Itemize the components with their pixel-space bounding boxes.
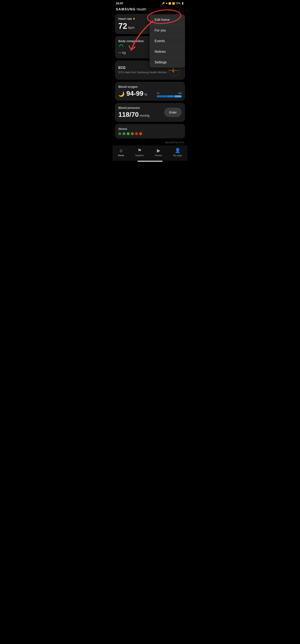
- stress-title: Stress: [118, 127, 182, 130]
- app-logo: SAMSUNG Health: [116, 8, 146, 11]
- bluetooth-icon: ✳: [166, 2, 168, 5]
- health-text: Health: [137, 8, 146, 11]
- stress-dot: [127, 132, 130, 135]
- menu-item-events[interactable]: Events: [150, 36, 185, 46]
- bottom-nav: ⌂ Home ⚑ Together ▶ Fitness 👤 My page: [112, 146, 188, 161]
- blood-oxygen-row: 🌙 94-99 % 70 100: [118, 90, 182, 98]
- menu-item-edit-home[interactable]: Edit home: [150, 14, 185, 25]
- home-icon: ⌂: [120, 148, 122, 153]
- nav-item-mypage[interactable]: 👤 My page: [173, 148, 182, 156]
- together-icon: ⚑: [137, 148, 142, 153]
- blood-pressure-card[interactable]: Blood pressure 118/70 mmHg Enter: [115, 103, 185, 122]
- blood-oxygen-value-area: 🌙 94-99 %: [118, 90, 147, 98]
- battery-icon: 🔋: [181, 2, 184, 5]
- nav-item-together[interactable]: ⚑ Together: [135, 148, 144, 156]
- status-icons: 🔑 ✳ 📶 📶 77% 🔋: [162, 2, 184, 5]
- status-time: 16:07: [116, 2, 123, 5]
- key-icon: 🔑: [162, 2, 165, 5]
- battery-text: 77%: [176, 2, 180, 4]
- stress-dot: [131, 132, 134, 135]
- menu-item-notices[interactable]: Notices: [150, 46, 185, 57]
- menu-item-for-you[interactable]: For you: [150, 25, 185, 36]
- nav-indicator: [137, 161, 163, 162]
- mypage-icon: 👤: [175, 148, 180, 153]
- stress-dots: [118, 132, 182, 135]
- dropdown-menu: Edit home For you Events Notices Setting…: [150, 14, 185, 68]
- menu-item-settings[interactable]: Settings: [150, 57, 185, 68]
- stress-dot: [118, 132, 121, 135]
- oxygen-chart-area: 70 100: [157, 92, 182, 98]
- knox-text: Secured by Knox: [112, 138, 188, 146]
- moon-icon: 🌙: [118, 91, 125, 97]
- stress-dot: [135, 132, 138, 135]
- ecg-subtitle: ECG data from Samsung Health Monitor: [118, 70, 167, 74]
- nav-label-home: Home: [118, 154, 124, 156]
- stress-dot: [122, 132, 125, 135]
- oxygen-bar: [157, 95, 182, 98]
- status-bar: 16:07 🔑 ✳ 📶 📶 77% 🔋: [112, 0, 188, 6]
- samsung-text: SAMSUNG: [116, 8, 136, 11]
- fitness-icon: ▶: [157, 148, 160, 153]
- oxygen-labels: 70 100: [157, 92, 182, 94]
- blood-oxygen-title: Blood oxygen: [118, 85, 182, 88]
- heart-rate-indicator: [133, 18, 135, 20]
- stress-card[interactable]: Stress: [115, 124, 185, 138]
- wifi-icon: 📶: [168, 2, 171, 5]
- nav-item-fitness[interactable]: ▶ Fitness: [155, 148, 162, 156]
- nav-label-mypage: My page: [173, 154, 182, 156]
- stress-dot: [139, 132, 142, 135]
- app-header: SAMSUNG Health: [112, 6, 188, 14]
- blood-pressure-text: Blood pressure 118/70 mmHg: [118, 106, 164, 118]
- signal-icon: 📶: [172, 2, 175, 5]
- blood-oxygen-card[interactable]: Blood oxygen 🌙 94-99 % 70 100: [115, 82, 185, 101]
- nav-label-fitness: Fitness: [155, 154, 162, 156]
- blood-pressure-title: Blood pressure: [118, 106, 164, 110]
- nav-item-home[interactable]: ⌂ Home: [118, 148, 124, 156]
- nav-label-together: Together: [135, 154, 144, 156]
- blood-pressure-value-area: 118/70 mmHg: [118, 111, 164, 118]
- enter-button[interactable]: Enter: [164, 108, 182, 117]
